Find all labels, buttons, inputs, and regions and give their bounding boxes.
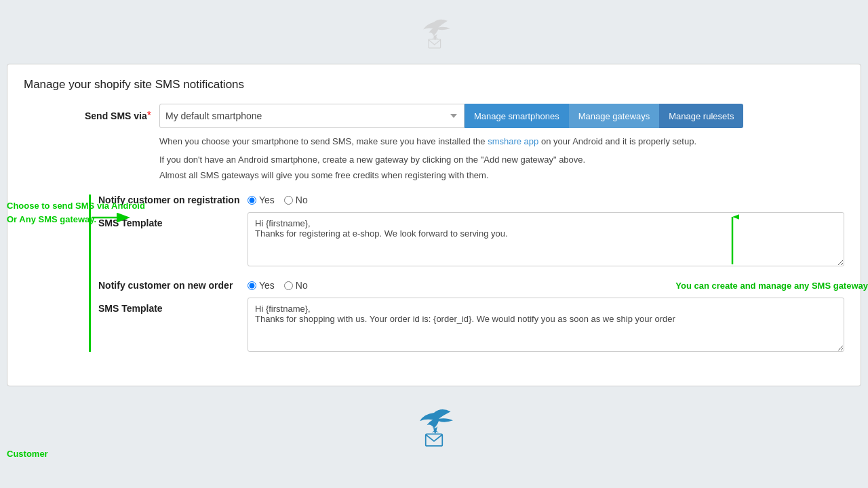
notify-registration-radios: Yes No [248, 195, 308, 205]
header-logo-icon [412, 12, 456, 56]
info-line3: Almost all SMS gateways will give you so… [159, 169, 844, 183]
up-arrow-annotation [726, 211, 739, 266]
smshare-link[interactable]: smshare app [488, 136, 538, 146]
page-title: Manage your shopify site SMS notificatio… [24, 78, 844, 92]
template-neworder-label: SMS Template [98, 298, 248, 314]
registration-yes-radio[interactable] [248, 196, 256, 205]
info-line2: If you don't have an Android smartphone,… [159, 153, 844, 167]
info-text-area: When you choose your smartphone to send … [159, 135, 844, 182]
neworder-yes-label[interactable]: Yes [248, 280, 275, 291]
manage-rulesets-button[interactable]: Manage rulesets [659, 104, 743, 128]
template-neworder-row: SMS Template Hi {firstname}, Thanks for … [24, 298, 844, 352]
send-sms-label: Send SMS via [85, 110, 147, 121]
required-indicator: * [147, 110, 151, 121]
manage-smartphones-button[interactable]: Manage smartphones [465, 104, 569, 128]
neworder-no-radio[interactable] [284, 281, 293, 290]
right-annotation: You can create and manage any SMS gatewa… [675, 281, 868, 291]
right-arrow-annotation [92, 211, 132, 224]
registration-no-radio[interactable] [284, 196, 293, 205]
send-sms-row: Send SMS via* My default smartphone Mana… [24, 104, 844, 128]
header-logo-area [0, 0, 868, 64]
notify-neworder-radios: Yes No [248, 280, 308, 291]
template-neworder-textarea[interactable]: Hi {firstname}, Thanks for shopping with… [248, 298, 844, 352]
template-registration-textarea[interactable]: Hi {firstname}, Thanks for registering a… [248, 212, 844, 266]
registration-yes-label[interactable]: Yes [248, 195, 275, 205]
svg-rect-0 [429, 39, 441, 48]
notify-neworder-label: Notify customer on new order [98, 280, 248, 291]
manage-gateways-button[interactable]: Manage gateways [569, 104, 660, 128]
neworder-yes-radio[interactable] [248, 281, 256, 290]
footer-logo-icon [410, 403, 458, 450]
sms-via-dropdown[interactable]: My default smartphone [159, 104, 465, 128]
notify-registration-row: Notify customer on registration Yes No [24, 195, 844, 205]
send-sms-controls: My default smartphone Manage smartphones… [159, 104, 844, 128]
notifications-section: Notify customer on registration Yes No [24, 195, 844, 352]
registration-no-label[interactable]: No [284, 195, 308, 205]
neworder-no-label[interactable]: No [284, 280, 308, 291]
footer-logo-area [0, 386, 868, 457]
customer-notifications-annotation: Customer Notifications [7, 448, 60, 457]
template-registration-row: SMS Template Hi {firstname}, Thanks for … [24, 212, 844, 266]
info-line1: When you choose your smartphone to send … [159, 135, 844, 149]
svg-rect-3 [426, 434, 443, 447]
